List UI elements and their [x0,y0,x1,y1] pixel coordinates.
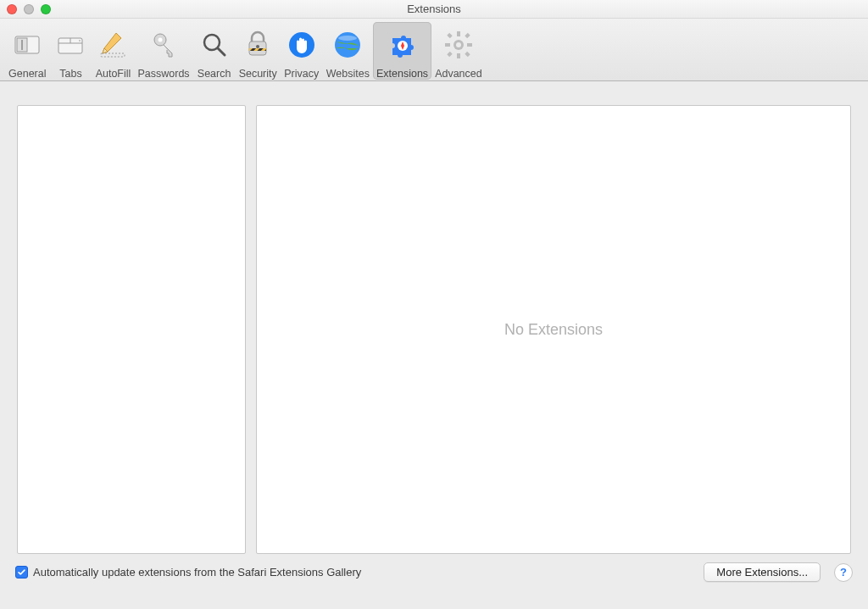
toolbar-item-label: Security [239,68,277,80]
gear-icon [435,24,482,66]
more-extensions-button[interactable]: More Extensions... [704,562,821,582]
toolbar-item-autofill[interactable]: AutoFill [92,22,134,80]
hand-icon [284,24,320,66]
no-extensions-message: No Extensions [504,321,603,339]
toolbar-item-label: General [8,68,46,80]
auto-update-label: Automatically update extensions from the… [33,566,361,579]
padlock-icon [239,24,277,66]
toolbar-item-extensions[interactable]: Extensions [373,22,431,80]
minimize-window-button[interactable] [24,4,34,14]
toolbar-item-label: Websites [326,68,370,80]
window-title: Extensions [7,3,861,15]
toolbar-item-label: Advanced [435,68,482,80]
footer-bar: Automatically update extensions from the… [0,556,868,594]
magnifier-icon [197,24,232,66]
toolbar-item-label: Search [198,68,231,80]
toolbar-item-label: Tabs [59,68,81,80]
close-window-button[interactable] [7,4,17,14]
toolbar-item-advanced[interactable]: Advanced [431,22,486,80]
pencil-icon [95,24,131,66]
switch-icon [8,24,46,66]
zoom-window-button[interactable] [41,4,51,14]
titlebar: Extensions [0,0,868,19]
extensions-list-pane [17,105,246,554]
toolbar-item-label: Privacy [284,68,319,80]
toolbar-item-websites[interactable]: Websites [323,22,373,80]
tabs-icon [53,24,88,66]
window-controls [7,4,51,14]
auto-update-checkbox[interactable] [15,566,28,579]
toolbar-item-general[interactable]: General [5,22,49,80]
toolbar-item-label: Extensions [376,68,428,80]
key-icon [137,24,189,66]
toolbar-item-search[interactable]: Search [193,22,236,80]
toolbar-item-security[interactable]: Security [236,22,281,80]
toolbar-item-privacy[interactable]: Privacy [281,22,323,80]
globe-icon [326,24,370,66]
toolbar-item-label: Passwords [137,68,189,80]
toolbar-item-passwords[interactable]: Passwords [134,22,192,80]
extension-detail-pane: No Extensions [256,105,851,554]
toolbar-item-tabs[interactable]: Tabs [49,22,92,80]
puzzle-icon [376,24,428,66]
toolbar-item-label: AutoFill [96,68,131,80]
help-button[interactable]: ? [834,563,853,582]
preferences-toolbar: GeneralTabsAutoFillPasswordsSearchSecuri… [0,19,868,81]
content-area: No Extensions [0,81,868,556]
